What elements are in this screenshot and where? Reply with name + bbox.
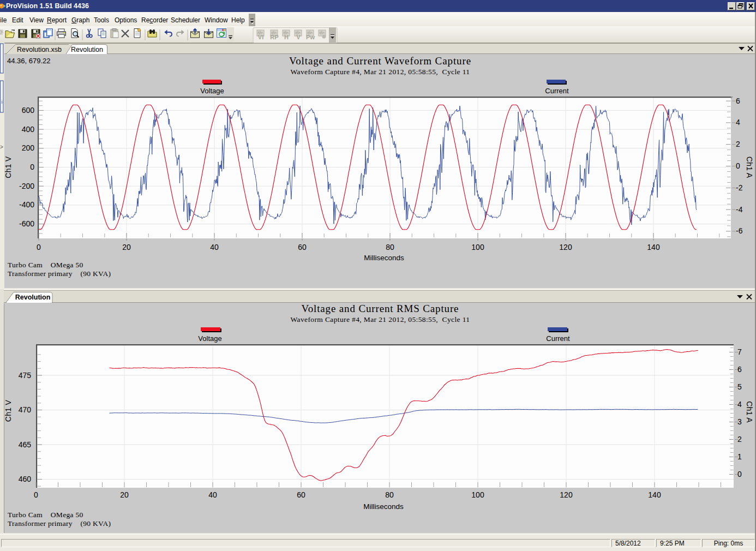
svg-text:140: 140 [648,490,661,499]
svg-text:Pw: Pw [306,34,315,40]
svg-text:5: 5 [737,382,742,391]
svg-text:Ch1 V: Ch1 V [4,399,13,422]
svg-text:140: 140 [647,243,660,251]
svg-text:VI: VI [258,34,263,40]
svg-text:20: 20 [120,490,129,499]
svg-text:60: 60 [297,490,305,499]
svg-text:80: 80 [385,490,394,499]
svg-text:0: 0 [737,470,742,478]
svg-text:400: 400 [22,125,35,134]
svg-text:2: 2 [736,140,740,148]
svg-text:Ch1 A: Ch1 A [745,157,754,178]
svg-text:V: V [296,34,301,40]
svg-text:>: > [0,144,3,150]
svg-text:40: 40 [210,243,219,251]
svg-text:475: 475 [19,371,32,380]
svg-text:Revolution.xsb: Revolution.xsb [17,46,62,53]
svg-text:4: 4 [736,118,740,127]
svg-text:20: 20 [122,243,131,251]
svg-text:100: 100 [471,490,484,499]
svg-text:1: 1 [737,452,742,461]
svg-text:-400: -400 [19,200,34,209]
svg-text:0: 0 [736,161,740,170]
svg-text:40: 40 [208,490,217,499]
svg-text:RP: RP [270,34,278,40]
svg-text:3: 3 [737,417,742,426]
svg-text:6: 6 [737,365,742,374]
svg-text:120: 120 [560,490,573,499]
svg-text:460: 460 [19,475,32,483]
svg-text:470: 470 [19,405,32,414]
svg-text:Ch1 V: Ch1 V [4,156,13,178]
svg-text:0: 0 [34,490,38,499]
svg-text:i: i [2,99,3,105]
svg-text:60: 60 [298,243,307,251]
svg-text:H: H [284,34,289,40]
svg-text:Revolution: Revolution [71,46,103,53]
svg-text:0: 0 [37,243,41,251]
svg-text:Ch1 A: Ch1 A [745,401,754,423]
svg-text:Milliseconds: Milliseconds [363,502,404,511]
svg-text:-6: -6 [736,226,743,235]
svg-text:-600: -600 [19,219,34,228]
svg-text:-200: -200 [19,182,34,190]
svg-text:-2: -2 [736,183,743,192]
svg-text:200: 200 [22,143,35,152]
svg-text:465: 465 [19,440,32,449]
svg-text:100: 100 [471,243,484,251]
svg-text:-4: -4 [736,205,743,214]
svg-text:80: 80 [386,243,394,251]
svg-text:2: 2 [737,435,742,444]
svg-text:7: 7 [737,348,742,356]
svg-text:6: 6 [736,97,740,105]
svg-text:Milliseconds: Milliseconds [364,254,404,262]
svg-text:0: 0 [30,163,34,171]
svg-text:120: 120 [559,243,572,251]
svg-text:Revolution: Revolution [15,294,51,301]
svg-text:4: 4 [737,400,742,409]
svg-text:600: 600 [22,106,35,115]
